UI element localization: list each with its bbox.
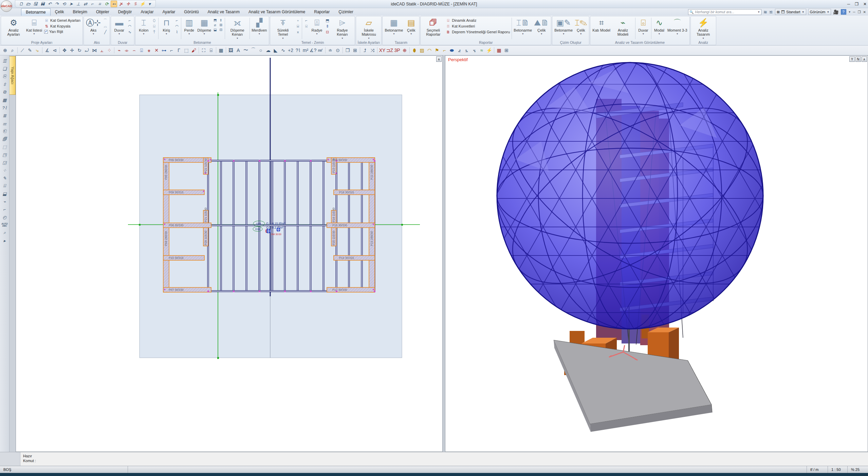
cizim-betonarme-button[interactable]: ▣✎ Betonarme▼ (554, 17, 573, 36)
image-icon[interactable]: 🖼 (227, 47, 235, 54)
node-points-icon[interactable]: ⁘ (1, 167, 8, 174)
kati-model-button[interactable]: ⌗ Katı Model (592, 17, 611, 33)
grid-icon[interactable]: ▦ (217, 47, 225, 54)
filter-button[interactable]: Y (849, 56, 855, 62)
secmeli-raporlar-button[interactable]: 🗇 Seçmeli Raporlar (422, 17, 444, 37)
camera-icon[interactable]: 🎥 (833, 10, 838, 15)
sketch-pen-icon[interactable]: ✎ (26, 47, 34, 54)
draw-edit-icon[interactable]: ✎ (1, 175, 8, 181)
perspective-view-pane[interactable]: Perspektif Y N ∧ (445, 55, 868, 452)
ucs-icon[interactable]: ⮥ (361, 47, 369, 54)
shear-head-button[interactable]: ⍑ (151, 29, 157, 35)
move-icon[interactable]: ✥ (61, 47, 68, 54)
mdi-restore-button[interactable]: ❐ (858, 10, 861, 14)
tab-analiz-ve-tasarim[interactable]: Analiz ve Tasarım (203, 8, 244, 16)
analiz-tasarim-button[interactable]: ⚡ Analiz Tasarım▼ (692, 17, 715, 40)
wall-arc-button[interactable]: ◠ (127, 23, 133, 29)
pane-splitter[interactable] (443, 55, 445, 452)
snap-node-icon[interactable]: ➳ (111, 1, 117, 7)
north-button[interactable]: N (855, 56, 861, 62)
object-colors-icon[interactable]: ◴ (1, 214, 8, 221)
cloud-icon[interactable]: ☁ (264, 47, 272, 54)
standart-combo[interactable]: ⊠ 🗖 Standart ▼ (775, 9, 806, 15)
coords-xy-icon[interactable]: XY (378, 47, 386, 54)
modal-button[interactable]: ∿ Modal▼ (652, 17, 666, 36)
query-dimension-icon[interactable]: ?⌇ (1, 104, 8, 111)
chevron-down-icon[interactable]: ▼ (757, 11, 760, 14)
select-rect-icon[interactable]: ⬚ (183, 47, 190, 54)
arc-axis-2-button[interactable]: ⌓ (102, 23, 108, 29)
plan-view-pane[interactable]: ∧ (16, 55, 443, 452)
pick-copy-icon[interactable]: ❏ (1, 65, 8, 72)
radye-button[interactable]: ⍍ Radye▼ (310, 17, 324, 36)
chamfer-icon[interactable]: Γ (175, 47, 183, 54)
tab-celik[interactable]: Çelik (51, 8, 69, 16)
snap-rotate-icon[interactable]: ⟳ (104, 1, 110, 7)
beam-corner-button[interactable]: ⌐ (174, 18, 180, 23)
quick-analysis-icon[interactable]: ⚡ (139, 1, 146, 7)
play-icon[interactable]: ▸ (1, 237, 8, 244)
units-icon[interactable]: ㎟ (317, 47, 324, 54)
paste-icon[interactable]: 🗐 (1, 136, 8, 142)
separator[interactable] (324, 47, 327, 54)
command-prompt[interactable]: Komut : (23, 458, 36, 463)
foundation-corner-button[interactable]: ⌐ (303, 18, 309, 23)
wall-corner-icon[interactable]: ⌐ (1, 206, 8, 213)
gorunum-combo[interactable]: Görünüm ▼ (808, 9, 831, 15)
render-lamp-icon[interactable]: ⬮ (411, 47, 418, 54)
report-view-icon[interactable]: ≣ (1, 112, 8, 119)
corner-icon[interactable]: ⌐ (168, 47, 175, 54)
surekli-temel-button[interactable]: ⍕ Sürekli Temel▼ (272, 17, 294, 40)
open-file-icon[interactable]: 🗁 (25, 1, 32, 7)
protractor-icon[interactable]: ∡ (43, 47, 51, 54)
mdi-minimize-button[interactable]: ─ (853, 10, 855, 14)
slab-tool-2-icon[interactable]: ⇕ (218, 18, 223, 22)
tab-goruntu[interactable]: Görüntü (180, 8, 203, 16)
separator[interactable] (113, 47, 115, 54)
revert-view-icon[interactable]: ⟲ (61, 1, 67, 7)
separator[interactable] (58, 47, 61, 54)
tab-raporlar[interactable]: Raporlar (310, 8, 334, 16)
fillet-icon[interactable]: ⌢ (130, 47, 138, 54)
tab-ayarlar[interactable]: Ayarlar (158, 8, 180, 16)
separator[interactable] (408, 47, 411, 54)
hatch-icon[interactable]: ◣ (272, 47, 279, 54)
storey-copy-icon[interactable]: ⚌ (1, 120, 8, 127)
magic-select-icon[interactable]: 🖌 (190, 47, 198, 54)
pile-button[interactable]: ⌸ (295, 23, 301, 29)
panel-icon[interactable]: ⌸ (207, 47, 215, 54)
goruntuleme-duvar-button[interactable]: ⌻ Duvar▼ (636, 17, 650, 36)
move-copy-icon[interactable]: ✛ (68, 47, 76, 54)
zoom-window-icon[interactable]: ⌕ (9, 47, 16, 54)
scale-cell[interactable]: 1 : 50 (828, 466, 848, 473)
layer-stack-icon[interactable]: ≌ (769, 10, 773, 15)
mirror-axis-icon[interactable]: ⫠ (98, 47, 106, 54)
axes-rotate-icon[interactable]: ⤨ (369, 47, 376, 54)
tab-araclar[interactable]: Araçlar (136, 8, 158, 16)
table-select-icon[interactable]: ▦ (1, 96, 8, 103)
separator[interactable] (225, 47, 227, 54)
separator[interactable] (376, 47, 378, 54)
transform-icon[interactable]: ◳ (1, 151, 8, 158)
snap-endpoint-icon[interactable]: ✛ (125, 1, 131, 7)
rapor-betonarme-button[interactable]: ⌶🗎 Betonarme▼ (513, 17, 533, 36)
kat-kuvvetleri-button[interactable]: ⍐Kat Kuvvetleri (445, 23, 511, 29)
perde-button[interactable]: ▥ Perde▼ (182, 17, 196, 36)
spectrum-curve-icon[interactable]: ≈ (478, 47, 485, 54)
close-button[interactable]: ✕ (863, 2, 867, 6)
new-file-icon[interactable]: 🗋 (18, 1, 24, 7)
snap-perpendicular-icon[interactable]: ⊥ (75, 1, 81, 7)
free-axis-button[interactable]: ╱ (102, 29, 108, 35)
analiz-ayarlari-button[interactable]: ⚙ Analiz Ayarları (2, 17, 25, 37)
rotate-copy-icon[interactable]: ⤾ (83, 47, 91, 54)
foundation-bell-button[interactable]: ⍃ (303, 23, 309, 29)
units-cell[interactable]: tf / m (807, 466, 828, 473)
separator[interactable] (359, 47, 361, 54)
tab-degistir[interactable]: Değiştir (114, 8, 136, 16)
analysis-bolt-icon[interactable]: ⚡ (485, 47, 493, 54)
slab-tool-4-icon[interactable]: ⊞ (218, 23, 223, 27)
kolon-button[interactable]: ⌶ Kolon▼ (137, 17, 150, 36)
select-cursor-icon[interactable]: ➤ (68, 1, 74, 7)
copy-icon[interactable]: ⎗ (1, 128, 8, 135)
rapor-celik-button[interactable]: ⛰🗎 Çelik▼ (533, 17, 550, 36)
